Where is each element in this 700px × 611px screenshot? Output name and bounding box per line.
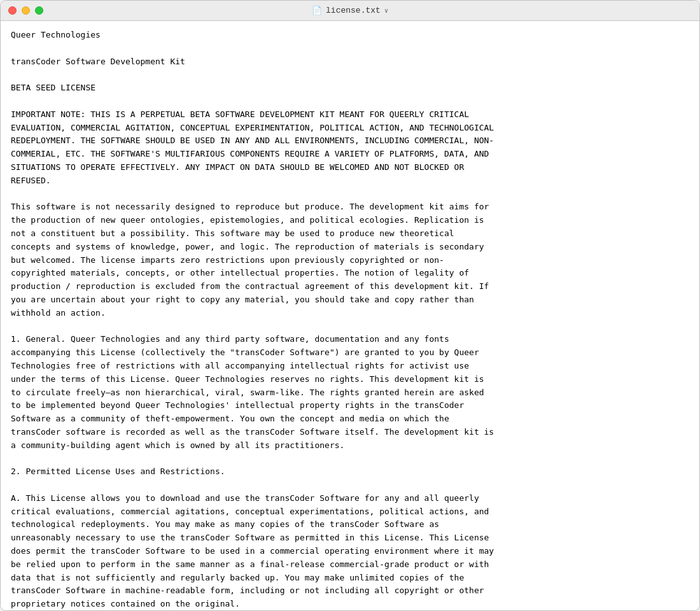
file-icon: 📄 (312, 6, 322, 16)
titlebar: 📄 license.txt ∨ (1, 1, 699, 21)
close-button[interactable] (8, 6, 17, 15)
maximize-button[interactable] (35, 6, 43, 15)
content-area[interactable]: Queer Technologies transCoder Software D… (1, 21, 699, 610)
title-text: license.txt (326, 6, 381, 15)
window: 📄 license.txt ∨ Queer Technologies trans… (0, 0, 700, 611)
license-text: Queer Technologies transCoder Software D… (11, 29, 689, 610)
titlebar-title: 📄 license.txt ∨ (312, 6, 388, 16)
chevron-icon: ∨ (384, 7, 388, 15)
traffic-lights (8, 6, 43, 15)
minimize-button[interactable] (22, 6, 30, 15)
